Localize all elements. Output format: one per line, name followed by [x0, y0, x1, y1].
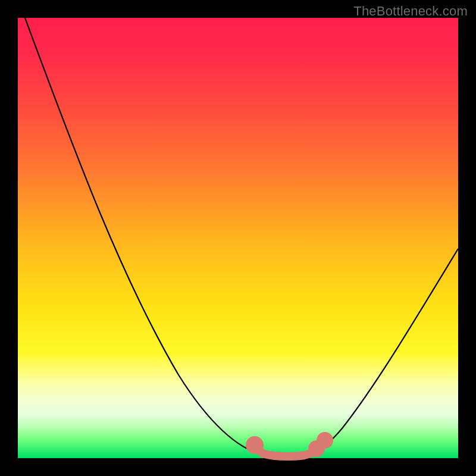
bottleneck-curve-path — [25, 18, 458, 456]
chart-frame: TheBottleneck.com — [0, 0, 476, 476]
curve-layer — [18, 18, 458, 458]
svg-point-0 — [250, 440, 259, 450]
plot-area — [18, 18, 458, 458]
svg-point-2 — [321, 436, 329, 444]
watermark-label: TheBottleneck.com — [353, 4, 468, 19]
optimal-zone-highlight — [250, 436, 329, 456]
